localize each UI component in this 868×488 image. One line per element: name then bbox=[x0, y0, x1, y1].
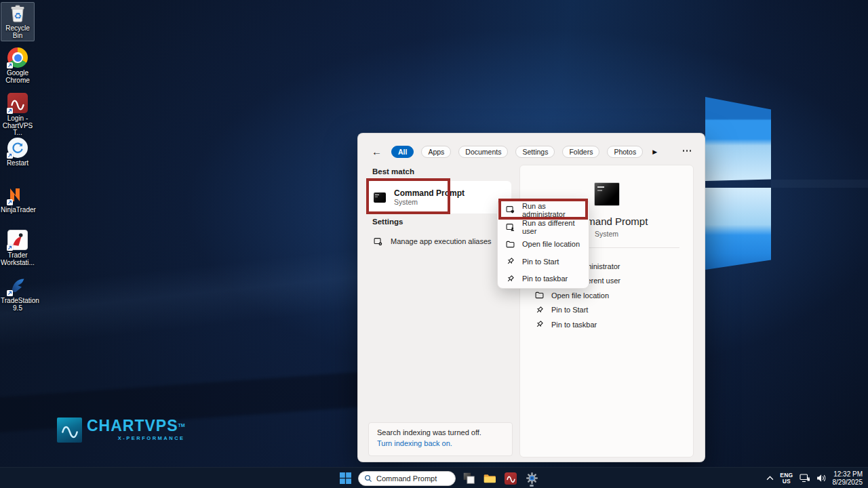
settings-section-header: Settings bbox=[372, 218, 403, 226]
desktop-icon-label: Login - bbox=[1, 115, 35, 123]
context-menu-pin-to-start[interactable]: Pin to Start bbox=[498, 253, 589, 270]
turn-indexing-on-link[interactable]: Turn indexing back on. bbox=[377, 439, 504, 447]
pin-icon bbox=[535, 320, 544, 329]
tab-folders[interactable]: Folders bbox=[562, 146, 599, 158]
action-label: Pin to taskbar bbox=[551, 321, 597, 329]
task-view-button[interactable] bbox=[460, 470, 477, 487]
chartvps-app-icon bbox=[505, 472, 517, 485]
chrome-icon bbox=[7, 47, 28, 68]
best-match-header: Best match bbox=[372, 167, 414, 176]
search-window: ← All Apps Documents Settings Folders Ph… bbox=[357, 133, 705, 462]
command-prompt-preview-icon bbox=[594, 182, 620, 206]
desktop-icon-label: Recycle Bin bbox=[1, 25, 34, 39]
chartvps-app-button[interactable] bbox=[502, 470, 519, 487]
preview-action-pin-to-start[interactable]: Pin to Start bbox=[520, 303, 693, 318]
clock[interactable]: 12:32 PM 8/29/2025 bbox=[833, 470, 863, 487]
task-view-icon bbox=[462, 472, 475, 485]
shortcut-arrow-icon bbox=[7, 108, 13, 114]
windows-logo-icon bbox=[340, 472, 351, 484]
watermark-brand: CHARTVPS bbox=[87, 417, 178, 434]
chartvps-logo-icon bbox=[57, 418, 82, 443]
desktop-icon-label: TradeStation bbox=[1, 298, 35, 305]
taskbar-search-box[interactable]: Command Prompt bbox=[358, 471, 456, 486]
settings-gear-icon bbox=[526, 472, 538, 485]
action-label: Open file location bbox=[551, 291, 609, 300]
context-menu-run-as-different-user[interactable]: Run as different user bbox=[498, 218, 589, 235]
shortcut-arrow-icon bbox=[7, 290, 13, 296]
more-tabs-icon[interactable]: ▶ bbox=[652, 148, 657, 155]
recycle-bin-icon: ♻ bbox=[7, 3, 28, 23]
tray-date: 8/29/2025 bbox=[833, 479, 863, 487]
watermark-tm: TM bbox=[178, 423, 185, 428]
app-settings-icon bbox=[374, 237, 382, 246]
more-options-icon[interactable] bbox=[683, 150, 692, 152]
desktop-icon-label: Restart bbox=[1, 160, 35, 167]
desktop-icon-label: Trader bbox=[1, 252, 35, 260]
shortcut-arrow-icon bbox=[7, 152, 13, 159]
volume-icon[interactable] bbox=[816, 474, 827, 483]
action-label: Pin to Start bbox=[551, 306, 588, 314]
desktop-icon-label: Workstati... bbox=[1, 260, 35, 267]
folder-icon bbox=[506, 240, 515, 249]
desktop-icon-label: NinjaTrader bbox=[1, 207, 35, 214]
desktop-icon-login-chartvps[interactable]: Login - ChartVPS T... bbox=[1, 93, 35, 137]
restart-icon bbox=[7, 138, 28, 158]
back-arrow-icon[interactable]: ← bbox=[372, 145, 382, 159]
tradestation-icon bbox=[7, 275, 28, 296]
indexing-notice: Search indexing was turned off. Turn ind… bbox=[368, 422, 513, 456]
pin-icon bbox=[535, 306, 544, 314]
tab-photos[interactable]: Photos bbox=[607, 146, 643, 158]
preview-action-open-file-location[interactable]: Open file location bbox=[520, 288, 693, 303]
shortcut-arrow-icon bbox=[7, 62, 13, 68]
shortcut-arrow-icon bbox=[7, 199, 13, 205]
language-indicator[interactable]: ENG US bbox=[780, 472, 793, 485]
file-explorer-icon bbox=[483, 472, 496, 485]
menu-item-label: Run as different user bbox=[522, 219, 589, 235]
windows-logo-bottom-pane bbox=[705, 188, 771, 270]
indexing-message: Search indexing was turned off. bbox=[377, 428, 504, 436]
start-button[interactable] bbox=[337, 470, 353, 487]
desktop-icon-label: ChartVPS T... bbox=[1, 123, 35, 137]
language-line2: US bbox=[780, 479, 793, 485]
tab-documents[interactable]: Documents bbox=[458, 146, 508, 158]
show-hidden-icons-chevron[interactable] bbox=[766, 476, 774, 481]
desktop-icon-label: 9.5 bbox=[1, 305, 35, 312]
highlight-box-run-as-administrator bbox=[498, 199, 588, 220]
manage-aliases-label: Manage app execution aliases bbox=[391, 237, 492, 245]
tab-apps[interactable]: Apps bbox=[421, 146, 451, 158]
tab-all[interactable]: All bbox=[391, 146, 414, 158]
settings-app-button[interactable] bbox=[524, 470, 540, 487]
context-menu-open-file-location[interactable]: Open file location bbox=[498, 236, 589, 253]
folder-icon bbox=[535, 291, 544, 300]
file-explorer-button[interactable] bbox=[481, 470, 498, 487]
windows-logo-glow bbox=[771, 180, 868, 188]
tray-time: 12:32 PM bbox=[833, 470, 863, 479]
desktop-icon-label: Chrome bbox=[1, 77, 35, 85]
chartvps-watermark: CHARTVPSTM X-PERFORMANCE bbox=[57, 418, 185, 443]
desktop-icon-restart[interactable]: Restart bbox=[1, 138, 35, 167]
windows-logo-top-pane bbox=[705, 97, 771, 181]
desktop-icon-ninjatrader[interactable]: NinjaTrader bbox=[1, 184, 35, 214]
menu-item-label: Pin to Start bbox=[522, 258, 559, 266]
manage-aliases-result[interactable]: Manage app execution aliases bbox=[368, 232, 511, 250]
desktop-icon-google-chrome[interactable]: Google Chrome bbox=[1, 47, 35, 84]
pin-icon bbox=[506, 274, 515, 283]
desktop-icon-trader-workstation[interactable]: Trader Workstati... bbox=[1, 230, 35, 266]
watermark-tagline: X-PERFORMANCE bbox=[87, 435, 185, 441]
context-menu-pin-to-taskbar[interactable]: Pin to taskbar bbox=[498, 270, 589, 287]
desktop: ♻ Recycle Bin Google Chrome Login - bbox=[0, 0, 868, 488]
search-filter-tabs: ← All Apps Documents Settings Folders Ph… bbox=[372, 145, 657, 159]
desktop-icon-tradestation[interactable]: TradeStation 9.5 bbox=[1, 275, 35, 312]
tab-settings[interactable]: Settings bbox=[515, 146, 555, 158]
desktop-icon-recycle-bin[interactable]: ♻ Recycle Bin bbox=[1, 2, 35, 41]
svg-text:♻: ♻ bbox=[14, 11, 22, 21]
network-icon[interactable] bbox=[800, 474, 810, 483]
trader-workstation-icon bbox=[7, 230, 28, 250]
preview-action-pin-to-taskbar[interactable]: Pin to taskbar bbox=[520, 317, 693, 332]
menu-item-label: Open file location bbox=[522, 240, 580, 248]
highlight-box-best-match bbox=[366, 178, 450, 214]
search-icon bbox=[364, 474, 372, 483]
taskbar-search-value: Command Prompt bbox=[376, 474, 437, 483]
desktop-icon-label: Google bbox=[1, 70, 35, 77]
run-as-user-icon bbox=[506, 223, 515, 232]
